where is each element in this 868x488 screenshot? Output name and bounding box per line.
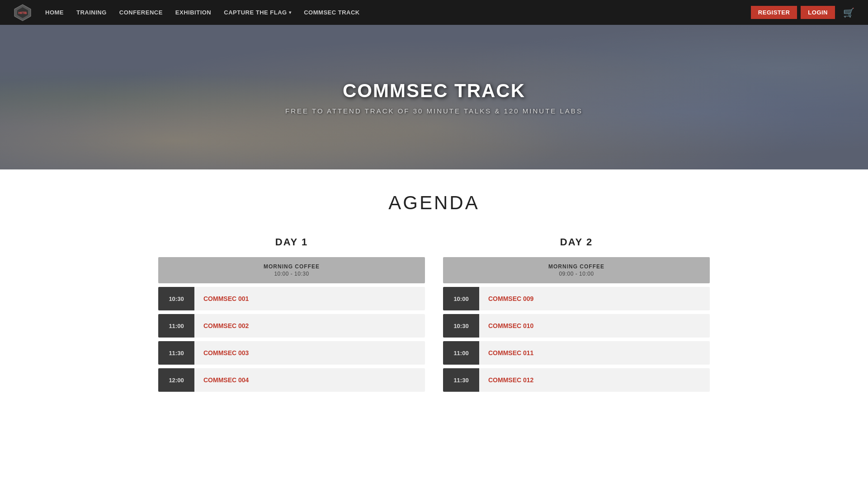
day1-coffee-label: MORNING COFFEE bbox=[167, 263, 416, 270]
day2-session-1[interactable]: 10:30 COMMSEC 010 bbox=[443, 314, 710, 338]
nav-links: HOME TRAINING CONFERENCE EXHIBITION CAPT… bbox=[45, 9, 751, 16]
day2-session-3-title: COMMSEC 012 bbox=[479, 368, 710, 392]
day2-session-2[interactable]: 11:00 COMMSEC 011 bbox=[443, 341, 710, 365]
day1-session-1[interactable]: 11:00 COMMSEC 002 bbox=[158, 314, 425, 338]
day2-coffee-time: 09:00 - 10:00 bbox=[452, 271, 701, 277]
day2-session-2-title: COMMSEC 011 bbox=[479, 341, 710, 365]
navbar-buttons: REGISTER LOGIN 🛒 bbox=[751, 6, 854, 19]
nav-home[interactable]: HOME bbox=[45, 9, 64, 16]
day1-session-3-time: 12:00 bbox=[158, 368, 194, 392]
day1-session-2-title: COMMSEC 003 bbox=[194, 341, 425, 365]
agenda-title: AGENDA bbox=[158, 192, 710, 214]
login-button[interactable]: LOGIN bbox=[801, 6, 835, 19]
day2-session-0-title: COMMSEC 009 bbox=[479, 287, 710, 310]
chevron-down-icon: ▾ bbox=[289, 10, 292, 15]
day1-session-2[interactable]: 11:30 COMMSEC 003 bbox=[158, 341, 425, 365]
nav-capture-the-flag[interactable]: CAPTURE THE FLAG ▾ bbox=[224, 9, 291, 16]
cart-icon[interactable]: 🛒 bbox=[843, 7, 854, 18]
day1-session-2-time: 11:30 bbox=[158, 341, 194, 365]
day1-column: DAY 1 MORNING COFFEE 10:00 - 10:30 10:30… bbox=[158, 236, 425, 395]
days-container: DAY 1 MORNING COFFEE 10:00 - 10:30 10:30… bbox=[158, 236, 710, 395]
day2-session-1-time: 10:30 bbox=[443, 314, 479, 338]
day2-session-0-time: 10:00 bbox=[443, 287, 479, 310]
site-logo[interactable]: HITB bbox=[14, 4, 32, 22]
day2-session-1-title: COMMSEC 010 bbox=[479, 314, 710, 338]
day1-session-0-title: COMMSEC 001 bbox=[194, 287, 425, 310]
nav-conference[interactable]: CONFERENCE bbox=[119, 9, 163, 16]
day2-session-3-time: 11:30 bbox=[443, 368, 479, 392]
agenda-section: AGENDA DAY 1 MORNING COFFEE 10:00 - 10:3… bbox=[140, 169, 728, 432]
hero-section: COMMSEC TRACK FREE TO ATTEND TRACK OF 30… bbox=[0, 25, 868, 169]
hero-subtitle: FREE TO ATTEND TRACK OF 30 MINUTE TALKS … bbox=[285, 107, 583, 115]
day1-morning-coffee: MORNING COFFEE 10:00 - 10:30 bbox=[158, 257, 425, 283]
navbar: HITB HOME TRAINING CONFERENCE EXHIBITION… bbox=[0, 0, 868, 25]
nav-training[interactable]: TRAINING bbox=[76, 9, 107, 16]
day2-morning-coffee: MORNING COFFEE 09:00 - 10:00 bbox=[443, 257, 710, 283]
day1-session-3[interactable]: 12:00 COMMSEC 004 bbox=[158, 368, 425, 392]
day2-column: DAY 2 MORNING COFFEE 09:00 - 10:00 10:00… bbox=[443, 236, 710, 395]
day1-header: DAY 1 bbox=[158, 236, 425, 248]
day2-session-2-time: 11:00 bbox=[443, 341, 479, 365]
day1-session-1-time: 11:00 bbox=[158, 314, 194, 338]
register-button[interactable]: REGISTER bbox=[751, 6, 797, 19]
day2-session-3[interactable]: 11:30 COMMSEC 012 bbox=[443, 368, 710, 392]
day1-coffee-time: 10:00 - 10:30 bbox=[167, 271, 416, 277]
day1-session-0-time: 10:30 bbox=[158, 287, 194, 310]
day1-session-3-title: COMMSEC 004 bbox=[194, 368, 425, 392]
nav-exhibition[interactable]: EXHIBITION bbox=[175, 9, 211, 16]
hero-title: COMMSEC TRACK bbox=[343, 80, 525, 102]
svg-text:HITB: HITB bbox=[19, 11, 27, 15]
day2-coffee-label: MORNING COFFEE bbox=[452, 263, 701, 270]
day1-session-0[interactable]: 10:30 COMMSEC 001 bbox=[158, 287, 425, 310]
day2-header: DAY 2 bbox=[443, 236, 710, 248]
day2-session-0[interactable]: 10:00 COMMSEC 009 bbox=[443, 287, 710, 310]
nav-commsec-track[interactable]: COMMSEC TRACK bbox=[304, 9, 360, 16]
day1-session-1-title: COMMSEC 002 bbox=[194, 314, 425, 338]
